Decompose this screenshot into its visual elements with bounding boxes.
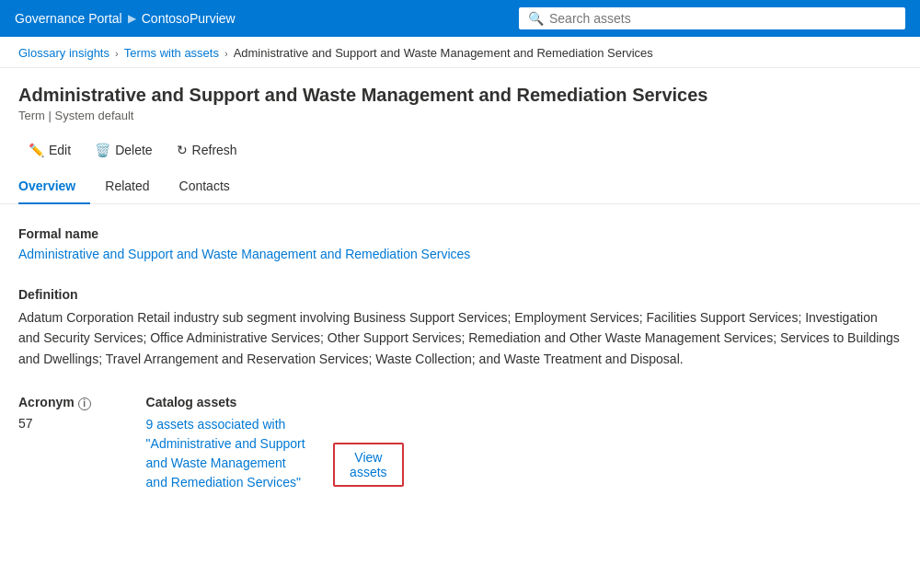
breadcrumb-glossary-insights[interactable]: Glossary insights — [18, 46, 109, 60]
formal-name-title: Formal name — [18, 226, 902, 241]
portal-name: Governance Portal — [15, 11, 122, 26]
page-title-area: Administrative and Support and Waste Man… — [0, 68, 920, 130]
delete-icon: 🗑️ — [95, 143, 110, 157]
breadcrumb-sep-1: › — [115, 48, 119, 59]
catalog-assets-section: Catalog assets 9 assets associated with … — [146, 395, 404, 492]
acronym-info-icon[interactable]: i — [78, 398, 91, 410]
delete-button[interactable]: 🗑️ Delete — [85, 137, 162, 163]
edit-icon: ✏️ — [29, 143, 44, 157]
tab-related[interactable]: Related — [90, 171, 164, 204]
acronym-title: Acronym i — [18, 395, 91, 410]
edit-label: Edit — [49, 143, 71, 157]
definition-section: Definition Adatum Corporation Retail ind… — [18, 287, 902, 369]
header-chevron: ▶ — [128, 12, 136, 25]
formal-name-value: Administrative and Support and Waste Man… — [18, 247, 902, 261]
tab-contacts[interactable]: Contacts — [165, 171, 245, 204]
edit-button[interactable]: ✏️ Edit — [18, 137, 81, 163]
acronym-section: Acronym i 57 — [18, 395, 91, 492]
header: Governance Portal ▶ ContosoPurview 🔍 — [0, 0, 920, 37]
tab-overview[interactable]: Overview — [18, 171, 90, 204]
formal-name-section: Formal name Administrative and Support a… — [18, 226, 902, 261]
definition-value: Adatum Corporation Retail industry sub s… — [18, 307, 902, 369]
page-subtitle: Term | System default — [18, 109, 902, 122]
breadcrumb-terms-with-assets[interactable]: Terms with assets — [124, 46, 219, 60]
view-assets-button[interactable]: View assets — [333, 443, 403, 487]
refresh-label: Refresh — [192, 143, 237, 157]
breadcrumb-current: Administrative and Support and Waste Man… — [234, 46, 653, 60]
acronym-value: 57 — [18, 416, 91, 431]
catalog-assets-title: Catalog assets — [146, 395, 404, 409]
search-bar[interactable]: 🔍 — [519, 7, 905, 29]
refresh-icon: ↻ — [177, 143, 188, 157]
toolbar: ✏️ Edit 🗑️ Delete ↻ Refresh — [0, 130, 920, 170]
app-name: ContosoPurview — [142, 11, 236, 26]
tabs: Overview Related Contacts — [0, 170, 920, 204]
page-title: Administrative and Support and Waste Man… — [18, 83, 902, 107]
breadcrumb-sep-2: › — [224, 48, 228, 59]
catalog-assets-desc: 9 assets associated with "Administrative… — [146, 415, 310, 492]
definition-title: Definition — [18, 287, 902, 302]
delete-label: Delete — [115, 143, 152, 157]
search-input[interactable] — [549, 11, 896, 26]
bottom-sections: Acronym i 57 Catalog assets 9 assets ass… — [18, 395, 902, 492]
refresh-button[interactable]: ↻ Refresh — [167, 137, 247, 163]
catalog-assets-row: 9 assets associated with "Administrative… — [146, 415, 404, 492]
search-icon: 🔍 — [528, 11, 544, 26]
content-area: Formal name Administrative and Support a… — [0, 204, 920, 514]
breadcrumb: Glossary insights › Terms with assets › … — [0, 37, 920, 68]
brand: Governance Portal ▶ ContosoPurview — [15, 11, 236, 26]
